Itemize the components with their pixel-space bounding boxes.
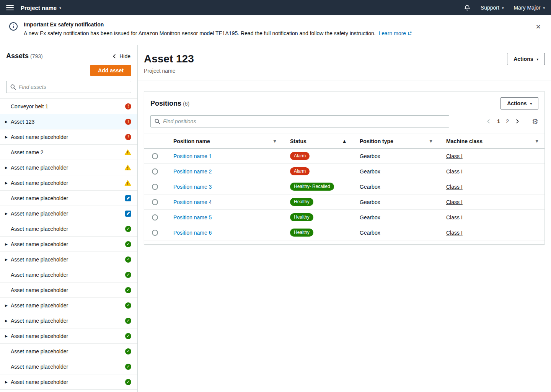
expand-caret-icon[interactable]: ▶ bbox=[5, 135, 11, 139]
safety-notification-banner: Important Ex safety notification A new E… bbox=[0, 15, 551, 45]
page-title: Asset 123 bbox=[144, 53, 194, 65]
row-select-cell bbox=[144, 168, 166, 175]
position-name-cell: Position name 4 bbox=[166, 199, 282, 205]
hide-panel-button[interactable]: Hide bbox=[112, 53, 130, 59]
filter-caret-icon[interactable]: ▼ bbox=[429, 139, 432, 143]
asset-list-item[interactable]: ▶ Asset name placeholder bbox=[0, 267, 137, 283]
sort-ascending-icon[interactable]: ▲ bbox=[343, 139, 346, 143]
close-icon[interactable]: ✕ bbox=[536, 24, 541, 30]
next-page-button[interactable] bbox=[515, 119, 520, 124]
machine-class-link[interactable]: Class I bbox=[446, 184, 463, 190]
asset-list-item[interactable]: ▶ Asset name placeholder bbox=[0, 283, 137, 298]
expand-caret-icon[interactable]: ▶ bbox=[5, 212, 11, 216]
position-name-link[interactable]: Position name 6 bbox=[173, 230, 212, 236]
asset-list-item[interactable]: ▶ Asset name placeholder bbox=[0, 344, 137, 359]
status-cell: Healthy- Recalled bbox=[282, 183, 352, 190]
column-header-machine-class[interactable]: Machine class ▼ bbox=[439, 138, 544, 144]
expand-caret-icon[interactable]: ▶ bbox=[5, 181, 11, 185]
asset-name-label: Asset name placeholder bbox=[11, 211, 125, 217]
asset-list-item[interactable]: ▶ Asset name placeholder bbox=[0, 129, 137, 145]
asset-actions-button[interactable]: Actions ▾ bbox=[507, 53, 545, 65]
chevron-left-icon bbox=[112, 54, 117, 59]
position-table-row: Position name 5 Healthy Gearbox Class I bbox=[144, 210, 544, 225]
filter-caret-icon[interactable]: ▼ bbox=[273, 139, 276, 143]
support-label: Support bbox=[481, 5, 499, 11]
position-name-cell: Position name 2 bbox=[166, 168, 282, 175]
asset-list-item[interactable]: ▶ Asset name placeholder bbox=[0, 298, 137, 313]
asset-name-label: Asset name placeholder bbox=[11, 287, 125, 293]
asset-list-item[interactable]: ▶ Asset name placeholder bbox=[0, 206, 137, 221]
expand-caret-icon[interactable]: ▶ bbox=[5, 166, 11, 170]
notifications-bell-icon[interactable] bbox=[464, 4, 471, 11]
column-header-position-type[interactable]: Position type ▼ bbox=[352, 138, 439, 144]
positions-actions-button[interactable]: Actions ▾ bbox=[500, 97, 538, 109]
row-radio-button[interactable] bbox=[152, 230, 158, 236]
asset-status-icon bbox=[125, 103, 131, 109]
learn-more-link[interactable]: Learn more bbox=[379, 30, 406, 36]
machine-class-link[interactable]: Class I bbox=[446, 168, 463, 175]
position-table-row: Position name 3 Healthy- Recalled Gearbo… bbox=[144, 179, 544, 194]
menu-hamburger-icon[interactable] bbox=[6, 5, 14, 10]
previous-page-button[interactable] bbox=[486, 119, 491, 124]
expand-caret-icon[interactable]: ▶ bbox=[5, 258, 11, 261]
status-badge: Healthy- Recalled bbox=[290, 183, 334, 190]
expand-caret-icon[interactable]: ▶ bbox=[5, 304, 11, 307]
asset-status-icon bbox=[125, 195, 131, 201]
position-name-cell: Position name 3 bbox=[166, 184, 282, 190]
asset-list-item[interactable]: ▶ Asset name placeholder bbox=[0, 191, 137, 206]
position-name-link[interactable]: Position name 3 bbox=[173, 184, 212, 190]
banner-title: Important Ex safety notification bbox=[24, 21, 412, 28]
page-2-button[interactable]: 2 bbox=[506, 118, 509, 124]
assets-count: (793) bbox=[30, 53, 43, 59]
asset-name-label: Asset name placeholder bbox=[11, 226, 125, 232]
position-name-link[interactable]: Position name 5 bbox=[173, 214, 212, 220]
find-assets-input[interactable] bbox=[6, 81, 131, 93]
asset-list-item[interactable]: ▶ Asset 123 bbox=[0, 114, 137, 129]
banner-message: A new Ex safety notification has been is… bbox=[24, 30, 412, 36]
expand-caret-icon[interactable]: ▶ bbox=[5, 120, 11, 124]
asset-list-item[interactable]: ▶ Conveyor belt 1 bbox=[0, 99, 137, 114]
filter-caret-icon[interactable]: ▼ bbox=[535, 139, 538, 143]
row-radio-button[interactable] bbox=[152, 153, 158, 159]
machine-class-cell: Class I bbox=[439, 199, 544, 205]
machine-class-link[interactable]: Class I bbox=[446, 230, 463, 236]
asset-list-item[interactable]: ▶ Asset name 2 bbox=[0, 145, 137, 160]
position-type-cell: Gearbox bbox=[352, 199, 439, 205]
position-table-row: Position name 4 Healthy Gearbox Class I bbox=[144, 194, 544, 210]
machine-class-link[interactable]: Class I bbox=[446, 199, 463, 205]
asset-list-item[interactable]: ▶ Asset name placeholder bbox=[0, 359, 137, 374]
column-header-position-name[interactable]: Position name ▼ bbox=[166, 138, 282, 144]
status-badge: Alarm bbox=[290, 152, 310, 160]
support-menu[interactable]: Support ▾ bbox=[481, 5, 504, 11]
expand-caret-icon[interactable]: ▶ bbox=[5, 334, 11, 338]
asset-list-item[interactable]: ▶ Asset name placeholder bbox=[0, 328, 137, 344]
expand-caret-icon[interactable]: ▶ bbox=[5, 242, 11, 246]
asset-name-label: Asset name placeholder bbox=[11, 379, 125, 385]
settings-gear-icon[interactable]: ⚙ bbox=[532, 118, 538, 125]
machine-class-link[interactable]: Class I bbox=[446, 153, 463, 159]
position-name-link[interactable]: Position name 2 bbox=[173, 168, 212, 175]
user-menu[interactable]: Mary Major ▾ bbox=[514, 5, 545, 11]
row-radio-button[interactable] bbox=[152, 199, 158, 205]
find-positions-input[interactable] bbox=[150, 115, 449, 127]
asset-list-item[interactable]: ▶ Asset name placeholder bbox=[0, 374, 137, 390]
add-asset-button[interactable]: Add asset bbox=[90, 65, 131, 76]
asset-list-item[interactable]: ▶ Asset name placeholder bbox=[0, 175, 137, 191]
row-radio-button[interactable] bbox=[152, 168, 158, 175]
machine-class-link[interactable]: Class I bbox=[446, 214, 463, 220]
row-radio-button[interactable] bbox=[152, 184, 158, 190]
expand-caret-icon[interactable]: ▶ bbox=[5, 380, 11, 384]
asset-list-item[interactable]: ▶ Asset name placeholder bbox=[0, 160, 137, 175]
asset-list-item[interactable]: ▶ Asset name placeholder bbox=[0, 221, 137, 237]
expand-caret-icon[interactable]: ▶ bbox=[5, 319, 11, 323]
asset-list-item[interactable]: ▶ Asset name placeholder bbox=[0, 252, 137, 267]
row-radio-button[interactable] bbox=[152, 214, 158, 220]
project-name-menu[interactable]: Project name ▾ bbox=[21, 5, 61, 11]
position-name-link[interactable]: Position name 4 bbox=[173, 199, 212, 205]
page-1-button[interactable]: 1 bbox=[497, 118, 500, 124]
asset-list-item[interactable]: ▶ Asset name placeholder bbox=[0, 237, 137, 252]
asset-list-item[interactable]: ▶ Asset name placeholder bbox=[0, 313, 137, 328]
column-header-status[interactable]: Status ▲ bbox=[282, 138, 352, 144]
main-content: Asset 123 Project name Actions ▾ Positio… bbox=[138, 45, 551, 392]
position-name-link[interactable]: Position name 1 bbox=[173, 153, 212, 159]
